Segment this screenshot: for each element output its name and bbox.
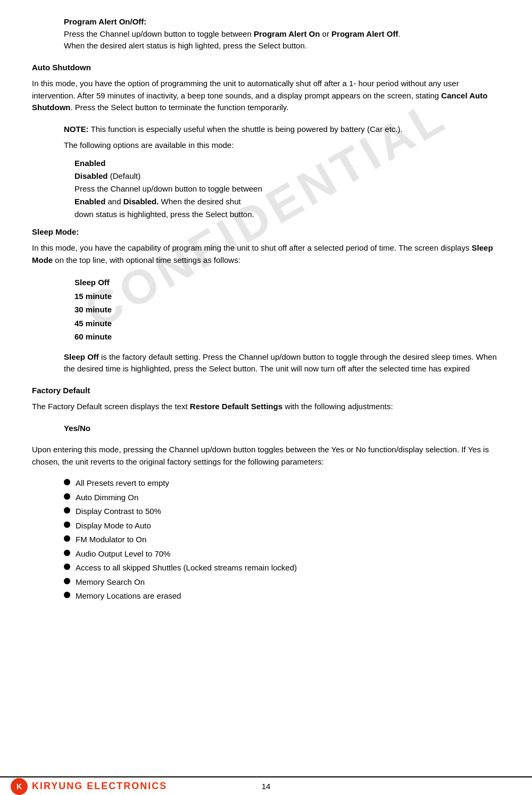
note-label: NOTE:	[64, 125, 89, 134]
factory-default-section: Factory Default The Factory Default scre…	[32, 385, 500, 413]
bullet-item-7: Access to all skipped Shuttles (Locked s…	[64, 562, 500, 574]
footer-logo: K KIRYUNG ELECTRONICS	[11, 778, 167, 795]
option-press-line: Press the Channel up/down button to togg…	[74, 183, 500, 195]
option-down-line: down status is highlighted, press the Se…	[74, 208, 500, 221]
bullet-text-5: FM Modulator to On	[76, 534, 146, 546]
bullet-circle-3	[64, 507, 70, 514]
brand-name: KIRYUNG ELECTRONICS	[32, 781, 167, 792]
bullet-item-6: Audio Output Level to 70%	[64, 548, 500, 560]
program-alert-mid: or	[320, 29, 331, 38]
program-alert-header: Program Alert On/Off:	[64, 17, 146, 26]
bullet-text-2: Auto Dimming On	[76, 492, 138, 504]
bullet-item-3: Display Contrast to 50%	[64, 506, 500, 518]
bullet-text-6: Audio Output Level to 70%	[76, 548, 170, 560]
bullet-text-3: Display Contrast to 50%	[76, 506, 161, 518]
option-enabled-and-line: Enabled and Disabled. When the desired s…	[74, 195, 500, 208]
note-line2: The following options are available in t…	[64, 139, 500, 152]
bullet-circle-4	[64, 521, 70, 528]
bullet-item-2: Auto Dimming On	[64, 492, 500, 504]
bullet-circle-7	[64, 564, 70, 570]
sleep-option-2: 15 minute	[74, 289, 500, 303]
program-alert-bold2: Program Alert Off	[331, 29, 398, 38]
logo-letter: K	[16, 782, 22, 791]
options-list: Enabled Disabled (Default) Press the Cha…	[74, 157, 500, 221]
page-number: 14	[262, 782, 271, 791]
sleep-option-3: 30 minute	[74, 303, 500, 317]
yes-no-para-section: Upon entering this mode, pressing the Ch…	[32, 444, 500, 468]
sleep-mode-para: In this mode, you have the capability of…	[32, 242, 500, 266]
bullet-circle-6	[64, 550, 70, 556]
yes-no-para: Upon entering this mode, pressing the Ch…	[32, 444, 500, 468]
sleep-mode-header: Sleep Mode:	[32, 227, 79, 236]
logo-circle: K	[11, 778, 28, 795]
bullet-item-9: Memory Locations are erased	[64, 590, 500, 602]
option-disabled: Disabled (Default)	[74, 170, 500, 183]
sleep-options-list: Sleep Off 15 minute 30 minute 45 minute …	[74, 276, 500, 344]
bullet-text-1: All Presets revert to empty	[76, 477, 169, 490]
bullet-circle-1	[64, 479, 70, 485]
auto-shutdown-para: In this mode, you have the option of pro…	[32, 78, 500, 114]
bullet-text-9: Memory Locations are erased	[76, 590, 181, 602]
note-text: This function is especially useful when …	[89, 125, 403, 134]
program-alert-line1-end: .	[398, 29, 400, 38]
sleep-option-4: 45 minute	[74, 317, 500, 330]
program-alert-line2: When the desired alert status is high li…	[64, 41, 307, 50]
yes-no-section: Yes/No	[64, 423, 500, 435]
bullet-text-8: Memory Search On	[76, 576, 145, 589]
program-alert-section: Program Alert On/Off: Press the Channel …	[64, 16, 500, 52]
sleep-mode-section: Sleep Mode: In this mode, you have the c…	[32, 226, 500, 267]
bullet-item-1: All Presets revert to empty	[64, 477, 500, 490]
bullet-text-7: Access to all skipped Shuttles (Locked s…	[76, 562, 297, 574]
sleep-option-1: Sleep Off	[74, 276, 500, 289]
factory-default-para: The Factory Default screen displays the …	[32, 401, 500, 413]
note-section: NOTE: This function is especially useful…	[64, 123, 500, 152]
auto-shutdown-header: Auto Shutdown	[32, 63, 91, 72]
bullet-circle-9	[64, 592, 70, 598]
option-enabled: Enabled	[74, 157, 500, 170]
bullet-circle-8	[64, 578, 70, 584]
bullet-text-4: Display Mode to Auto	[76, 520, 151, 532]
bullet-list: All Presets revert to empty Auto Dimming…	[64, 477, 500, 602]
sleep-option-5: 60 minute	[74, 330, 500, 344]
sleep-off-bold: Sleep Off	[64, 352, 99, 361]
bullet-item-5: FM Modulator to On	[64, 534, 500, 546]
program-alert-line1: Press the Channel up/down button to togg…	[64, 29, 254, 38]
bullet-item-4: Display Mode to Auto	[64, 520, 500, 532]
bullet-item-8: Memory Search On	[64, 576, 500, 589]
bullet-circle-2	[64, 493, 70, 500]
factory-default-header: Factory Default	[32, 386, 90, 395]
sleep-off-para: Sleep Off is the factory default setting…	[64, 351, 500, 375]
program-alert-bold1: Program Alert On	[254, 29, 320, 38]
page-footer: K KIRYUNG ELECTRONICS 14	[0, 776, 532, 795]
auto-shutdown-section: Auto Shutdown In this mode, you have the…	[32, 62, 500, 114]
yes-no-header: Yes/No	[64, 424, 90, 433]
bullet-circle-5	[64, 535, 70, 542]
sleep-off-text: is the factory default setting. Press th…	[64, 352, 497, 374]
